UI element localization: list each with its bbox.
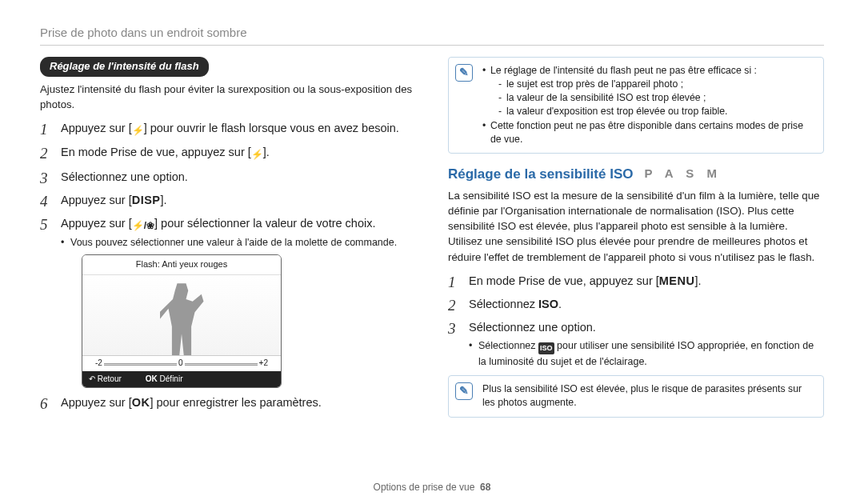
step-text: Appuyez sur [: [61, 396, 132, 409]
ok-icon: OK: [146, 374, 158, 383]
note1-d2: la valeur de la sensibilité ISO est trop…: [498, 91, 815, 105]
page-footer: Options de prise de vue 68: [0, 481, 864, 494]
note-icon: ✎: [455, 382, 473, 400]
footer-page: 68: [480, 482, 490, 493]
ok-label: Définir: [160, 374, 183, 383]
left-steps-list: Appuyez sur [⚡] pour ouvrir le flash lor…: [40, 120, 416, 411]
ok-btn: OK Définir: [146, 374, 183, 386]
back-label: Retour: [98, 374, 122, 383]
section-heading-iso: Réglage de la sensibilité ISOP A S M: [448, 165, 824, 185]
right-column: ✎ Le réglage de l'intensité du flash peu…: [448, 57, 824, 429]
step-text: ] pour ouvrir le flash lorsque vous en a…: [144, 122, 399, 134]
content-columns: Réglage de l'intensité du flash Ajustez …: [40, 57, 824, 429]
step-text: Appuyez sur [: [61, 194, 132, 206]
note2-text: Plus la sensibilité ISO est élevée, plus…: [482, 383, 802, 408]
step-2: En mode Prise de vue, appuyez sur [⚡].: [40, 144, 416, 162]
note-icon: ✎: [455, 64, 473, 82]
footer-label: Options de prise de vue: [374, 482, 475, 493]
note1-line2: Cette fonction peut ne pas être disponib…: [482, 119, 815, 146]
r-step-2: Sélectionnez ISO.: [448, 296, 824, 313]
sub-text: Sélectionnez: [478, 340, 538, 351]
preview-scale: -2 0 +2: [82, 355, 281, 371]
step-text: Sélectionnez: [469, 298, 538, 310]
scale-right-label: +2: [258, 358, 270, 370]
step-text: Appuyez sur [: [61, 217, 132, 230]
note-text: Le réglage de l'intensité du flash peut …: [490, 65, 757, 76]
r-step-3: Sélectionnez une option. Sélectionnez IS…: [448, 319, 824, 369]
step-text: .: [558, 298, 562, 310]
step-1: Appuyez sur [⚡] pour ouvrir le flash lor…: [40, 120, 416, 138]
step-text: ] pour enregistrer les paramètres.: [150, 396, 321, 409]
step-text: ].: [161, 194, 167, 206]
step-5-sub: Vous pouvez sélectionner une valeur à l'…: [61, 235, 416, 250]
back-btn: ↶ Retour: [89, 374, 122, 386]
note-box-2: ✎ Plus la sensibilité ISO est élevée, pl…: [448, 375, 824, 417]
step-text: ].: [694, 274, 701, 287]
heading-text: Réglage de la sensibilité ISO: [448, 166, 633, 182]
iso-auto-icon: ISO: [538, 342, 554, 354]
header-rule: [40, 45, 824, 46]
iso-body-text: La sensibilité ISO est la mesure de la s…: [448, 188, 824, 265]
page-header: Prise de photo dans un endroit sombre: [40, 24, 824, 42]
step-text: En mode Prise de vue, appuyez sur [: [469, 274, 659, 287]
disp-key: DISP: [132, 194, 161, 206]
step-text: ] pour sélectionner la valeur de votre c…: [154, 217, 375, 230]
ok-key: OK: [132, 396, 150, 409]
right-steps-list: En mode Prise de vue, appuyez sur [MENU]…: [448, 273, 824, 369]
flash-icon: ⚡: [251, 148, 263, 162]
flash-icon: ⚡: [132, 124, 144, 138]
section-pill-flash: Réglage de l'intensité du flash: [40, 57, 209, 77]
preview-title: Flash: Anti yeux rouges: [82, 255, 281, 275]
r-step-3-sub: Sélectionnez ISO pour utiliser une sensi…: [469, 338, 824, 369]
flash-macro-icon: ⚡/❀: [132, 219, 154, 233]
preview-footer: ↶ Retour OK Définir: [82, 371, 281, 388]
left-column: Réglage de l'intensité du flash Ajustez …: [40, 57, 416, 429]
scale-left-label: -2: [94, 358, 104, 370]
step-6: Appuyez sur [OK] pour enregistrer les pa…: [40, 394, 416, 411]
note1-line1: Le réglage de l'intensité du flash peut …: [482, 64, 815, 119]
note1-d1: le sujet est trop près de l'appareil pho…: [498, 78, 815, 91]
intro-text: Ajustez l'intensité du flash pour éviter…: [40, 82, 416, 112]
back-icon: ↶: [89, 374, 95, 383]
step-4: Appuyez sur [DISP].: [40, 192, 416, 209]
step-text: En mode Prise de vue, appuyez sur [: [61, 146, 251, 158]
preview-body: [82, 275, 281, 355]
note1-d3: la valeur d'exposition est trop élevée o…: [498, 105, 815, 118]
scale-mid-label: 0: [177, 358, 185, 370]
silhouette-figure: [160, 283, 204, 355]
step-text: ].: [263, 146, 270, 158]
step-3: Sélectionnez une option.: [40, 169, 416, 186]
step-5: Appuyez sur [⚡/❀] pour sélectionner la v…: [40, 215, 416, 388]
r-step-1: En mode Prise de vue, appuyez sur [MENU]…: [448, 273, 824, 290]
camera-preview: Flash: Anti yeux rouges -2 0 +2 ↶ Retour…: [82, 254, 282, 388]
note-box-1: ✎ Le réglage de l'intensité du flash peu…: [448, 57, 824, 154]
mode-letters: P A S M: [644, 166, 721, 180]
step-text: Appuyez sur [: [61, 122, 132, 134]
step-text: Sélectionnez une option.: [469, 321, 596, 334]
menu-key: MENU: [659, 274, 695, 287]
iso-bold: ISO: [538, 298, 558, 310]
